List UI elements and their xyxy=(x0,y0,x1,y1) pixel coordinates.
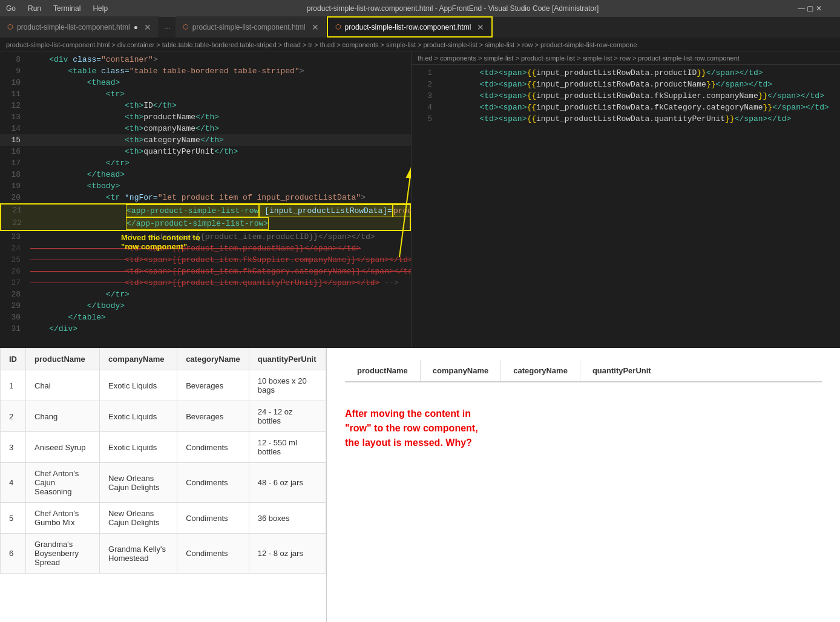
code-line-right: 4 <td><span>{{input_productListRowData.f… xyxy=(412,102,840,113)
line-number: 30 xyxy=(2,312,21,323)
col-company: companyName xyxy=(100,349,177,370)
table-cell: Condiments xyxy=(177,432,249,463)
table-cell: Beverages xyxy=(177,370,249,401)
table-cell: 5 xyxy=(1,503,26,534)
table-cell: 1 xyxy=(1,370,26,401)
line-number-right: 1 xyxy=(414,67,432,79)
code-line: 15 <th>categoryName</th> xyxy=(0,134,411,146)
table-cell: 12 - 8 oz jars xyxy=(249,534,326,574)
right-panel-header: companyName xyxy=(421,360,501,381)
tab-modified-dot: ● xyxy=(134,23,138,31)
line-number: 9 xyxy=(2,65,21,77)
code-line: 14 <th>companyName</th> xyxy=(0,123,411,134)
table-cell: 12 - 550 ml bottles xyxy=(249,432,326,463)
tab-middle-label: product-simple-list-component.html xyxy=(192,23,306,31)
menu-run[interactable]: Run xyxy=(28,4,41,13)
editor-left[interactable]: 8 <div class="container">9 <table class=… xyxy=(0,51,412,348)
bottom-panel: ID productName companyName categoryName … xyxy=(0,348,840,622)
code-line: 25 <td><span>{{product_item.fkSupplier.c… xyxy=(0,254,411,266)
tab-right-label: product-simple-list-row.component.html xyxy=(345,23,471,31)
line-number: 13 xyxy=(2,111,21,123)
line-number: 26 xyxy=(2,266,21,277)
tab-left-close[interactable]: ✕ xyxy=(144,22,151,32)
title-bar: Go Run Terminal Help product-simple-list… xyxy=(0,0,840,17)
html-icon-right: ⬡ xyxy=(335,23,341,31)
tab-left[interactable]: ⬡ product-simple-list-component.html ● ✕ xyxy=(0,16,159,38)
table-cell: Grandma Kelly's Homestead xyxy=(100,534,177,574)
col-id: ID xyxy=(1,349,26,370)
tab-left-label: product-simple-list-component.html xyxy=(17,23,130,31)
code-line: 21 <app-product-simple-list-row [input_p… xyxy=(0,203,411,217)
line-number: 19 xyxy=(2,180,21,192)
tab-right-close[interactable]: ✕ xyxy=(477,22,484,32)
line-number: 10 xyxy=(2,77,21,88)
data-table: ID productName companyName categoryName … xyxy=(0,348,326,574)
table-row: 1ChaiExotic LiquidsBeverages10 boxes x 2… xyxy=(1,370,326,401)
window-title: product-simple-list-row.component.html -… xyxy=(108,4,798,13)
table-row: 6Grandma's Boysenberry SpreadGrandma Kel… xyxy=(1,534,326,574)
window-controls[interactable]: — ▢ ✕ xyxy=(798,4,834,13)
table-cell: 36 boxes xyxy=(249,503,326,534)
table-cell: Aniseed Syrup xyxy=(26,432,100,463)
tab-right[interactable]: ⬡ product-simple-list-row.component.html… xyxy=(327,16,493,38)
editor-right[interactable]: th.ed > components > simple-list > produ… xyxy=(412,51,840,348)
table-cell: Beverages xyxy=(177,401,249,432)
code-line: 11 <tr> xyxy=(0,88,411,100)
line-number: 25 xyxy=(2,254,21,266)
line-number-right: 2 xyxy=(414,79,432,90)
code-line: 23 <!-- <td><span>{{product_item.product… xyxy=(0,231,411,243)
line-number: 14 xyxy=(2,123,21,134)
line-number: 23 xyxy=(2,231,21,243)
line-number: 22 xyxy=(4,217,22,230)
table-cell: Chef Anton's Gumbo Mix xyxy=(26,503,100,534)
tab-middle-close[interactable]: ✕ xyxy=(312,22,319,32)
menu-terminal[interactable]: Terminal xyxy=(53,4,80,13)
table-section[interactable]: ID productName companyName categoryName … xyxy=(0,348,327,622)
table-cell: Chai xyxy=(26,370,100,401)
table-cell: Chef Anton's Cajun Seasoning xyxy=(26,463,100,503)
line-number: 20 xyxy=(2,192,21,203)
table-cell: Exotic Liquids xyxy=(100,432,177,463)
code-right: 1 <td><span>{{input_productListRowData.p… xyxy=(412,65,840,127)
line-number: 15 xyxy=(2,134,21,146)
table-row: 4Chef Anton's Cajun SeasoningNew Orleans… xyxy=(1,463,326,503)
table-cell: Condiments xyxy=(177,534,249,574)
code-line-right: 3 <td><span>{{input_productListRowData.f… xyxy=(412,90,840,102)
menu-bar[interactable]: Go Run Terminal Help xyxy=(6,4,108,13)
bottom-annotation: After moving the content in "row" to the… xyxy=(345,407,822,450)
line-number: 24 xyxy=(2,243,21,254)
right-panel-header: quantityPerUnit xyxy=(580,360,663,381)
code-line: 24 <td><span>{{product_item.productName}… xyxy=(0,243,411,254)
table-cell: 2 xyxy=(1,401,26,432)
table-cell: 48 - 6 oz jars xyxy=(249,463,326,503)
code-line: 12 <th>ID</th> xyxy=(0,100,411,111)
table-cell: 6 xyxy=(1,534,26,574)
code-line: 31 </div> xyxy=(0,323,411,335)
code-line: 19 <tbody> xyxy=(0,180,411,192)
code-line: 29 </tbody> xyxy=(0,300,411,312)
breadcrumb-right: th.ed > components > simple-list > produ… xyxy=(412,51,840,65)
code-left: 8 <div class="container">9 <table class=… xyxy=(0,51,411,337)
code-line: 13 <th>productName</th> xyxy=(0,111,411,123)
line-number: 12 xyxy=(2,100,21,111)
tab-middle[interactable]: ⬡ product-simple-list-component.html ✕ xyxy=(176,16,327,38)
menu-go[interactable]: Go xyxy=(6,4,16,13)
code-line-right: 2 <td><span>{{input_productListRowData.p… xyxy=(412,79,840,90)
line-number: 21 xyxy=(4,205,22,217)
col-name: productName xyxy=(26,349,100,370)
line-number: 29 xyxy=(2,300,21,312)
tab-overflow[interactable]: ··· xyxy=(159,23,176,32)
code-line: 10 <thead> xyxy=(0,77,411,88)
line-number: 18 xyxy=(2,169,21,180)
code-line-right: 5 <td><span>{{input_productListRowData.q… xyxy=(412,113,840,125)
table-cell: Exotic Liquids xyxy=(100,401,177,432)
right-panel-header: productName xyxy=(345,360,421,381)
table-cell: New Orleans Cajun Delights xyxy=(100,463,177,503)
col-qty: quantityPerUnit xyxy=(249,349,326,370)
menu-help[interactable]: Help xyxy=(93,4,108,13)
table-cell: Chang xyxy=(26,401,100,432)
line-number: 27 xyxy=(2,277,21,289)
info-section: productNamecompanyNamecategoryNamequanti… xyxy=(327,348,840,622)
code-line: 22 </app-product-simple-list-row> xyxy=(0,217,411,231)
breadcrumb-right-text: th.ed > components > simple-list > produ… xyxy=(418,54,740,62)
